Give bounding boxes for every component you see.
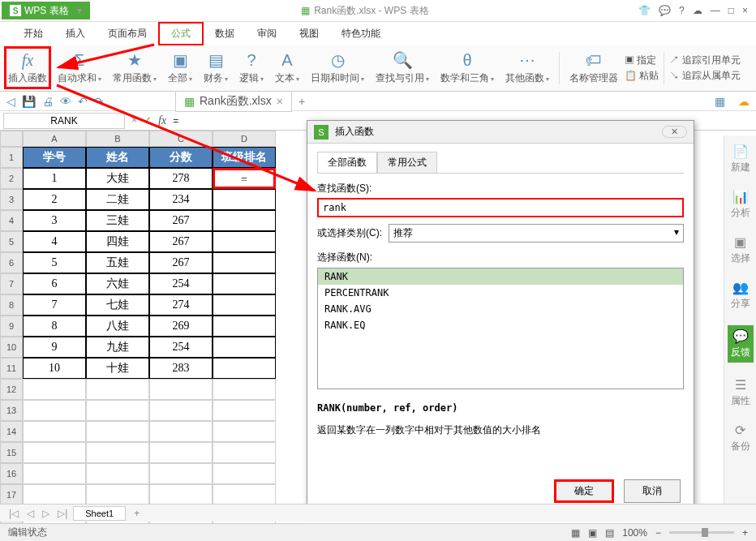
- finance-button[interactable]: ▤财务▾: [199, 48, 233, 88]
- menu-layout[interactable]: 页面布局: [97, 24, 158, 44]
- tab-all-functions[interactable]: 全部函数: [317, 152, 377, 173]
- cell[interactable]: [213, 231, 276, 252]
- cell[interactable]: [149, 379, 213, 400]
- cell[interactable]: 2: [23, 189, 86, 210]
- cell[interactable]: 4: [23, 231, 86, 252]
- cell[interactable]: [86, 400, 149, 421]
- document-tab[interactable]: ▦ Rank函数.xlsx ×: [175, 91, 292, 112]
- prev-sheet-icon[interactable]: ◁: [24, 508, 37, 519]
- cell[interactable]: 分数: [149, 147, 213, 168]
- cell[interactable]: 班级排名: [213, 147, 276, 168]
- row-header[interactable]: 15: [0, 442, 23, 463]
- row-header[interactable]: 7: [0, 273, 23, 294]
- cell[interactable]: [86, 421, 149, 442]
- app-menu-button[interactable]: S WPS 表格 ▾: [2, 2, 90, 19]
- help-icon[interactable]: ?: [679, 5, 685, 16]
- row-header[interactable]: 9: [0, 316, 23, 337]
- redo-icon[interactable]: ↷: [94, 95, 104, 108]
- sidebar-feedback[interactable]: 💬反馈: [728, 325, 754, 363]
- cancel-formula-icon[interactable]: ×: [131, 114, 137, 127]
- cell[interactable]: 3: [23, 210, 86, 231]
- cell[interactable]: 十娃: [86, 358, 149, 379]
- row-header[interactable]: 16: [0, 463, 23, 484]
- cell[interactable]: 1: [23, 168, 86, 189]
- cell[interactable]: [86, 484, 149, 505]
- cell[interactable]: 267: [149, 231, 213, 252]
- cell[interactable]: [149, 442, 213, 463]
- back-icon[interactable]: ◁: [6, 95, 15, 108]
- cell[interactable]: 267: [149, 210, 213, 231]
- dialog-titlebar[interactable]: S 插入函数 ✕: [307, 121, 694, 144]
- lookup-button[interactable]: 🔍查找与引用▾: [371, 48, 434, 88]
- cell[interactable]: [23, 463, 86, 484]
- zoom-slider[interactable]: [669, 531, 734, 534]
- print-icon[interactable]: 🖨: [42, 95, 54, 108]
- cell[interactable]: [149, 400, 213, 421]
- doc-icon-small[interactable]: ▦: [715, 95, 725, 108]
- cell[interactable]: 8: [23, 316, 86, 337]
- select-all-corner[interactable]: [0, 131, 23, 147]
- col-header-b[interactable]: B: [86, 131, 149, 147]
- cell[interactable]: 267: [149, 252, 213, 273]
- cell[interactable]: 254: [149, 273, 213, 294]
- row-header[interactable]: 11: [0, 358, 23, 379]
- cell[interactable]: [149, 463, 213, 484]
- spreadsheet[interactable]: A B C D 1 学号 姓名 分数 班级排名 21大娃278= 32二娃234…: [0, 131, 276, 479]
- row-header[interactable]: 14: [0, 421, 23, 442]
- cell[interactable]: 九娃: [86, 337, 149, 358]
- tab-add-icon[interactable]: +: [299, 95, 305, 108]
- tshirt-icon[interactable]: 👕: [638, 5, 651, 16]
- row-header[interactable]: 12: [0, 379, 23, 400]
- cell[interactable]: 6: [23, 273, 86, 294]
- menu-review[interactable]: 审阅: [246, 24, 288, 44]
- cancel-button[interactable]: 取消: [624, 479, 681, 503]
- cell[interactable]: 学号: [23, 147, 86, 168]
- name-manager-button[interactable]: 🏷名称管理器: [565, 48, 623, 88]
- cell[interactable]: 234: [149, 189, 213, 210]
- logic-button[interactable]: ?逻辑▾: [234, 48, 268, 88]
- cell[interactable]: 269: [149, 316, 213, 337]
- paste-button[interactable]: 📋 粘贴: [625, 69, 659, 83]
- tab-common-formulas[interactable]: 常用公式: [377, 152, 437, 173]
- cell[interactable]: [213, 421, 276, 442]
- cell[interactable]: [213, 316, 276, 337]
- sidebar-backup[interactable]: ⟳备份: [731, 423, 750, 453]
- cell[interactable]: 四娃: [86, 231, 149, 252]
- menu-features[interactable]: 特色功能: [330, 24, 392, 44]
- menu-formula[interactable]: 公式: [158, 22, 204, 45]
- search-function-input[interactable]: [317, 198, 684, 217]
- cell[interactable]: 六娃: [86, 273, 149, 294]
- assign-button[interactable]: ▣ 指定: [625, 54, 659, 67]
- col-header-a[interactable]: A: [23, 131, 86, 147]
- cell[interactable]: [213, 273, 276, 294]
- cell[interactable]: 三娃: [86, 210, 149, 231]
- function-list[interactable]: RANK PERCENTRANK RANK.AVG RANK.EQ: [317, 268, 684, 389]
- cell[interactable]: 278: [149, 168, 213, 189]
- fx-small-icon[interactable]: fx: [158, 114, 166, 127]
- cell[interactable]: 大娃: [86, 168, 149, 189]
- cell[interactable]: [23, 421, 86, 442]
- cell[interactable]: [23, 484, 86, 505]
- cell[interactable]: 5: [23, 252, 86, 273]
- formula-bar[interactable]: =: [173, 115, 178, 127]
- row-header[interactable]: 17: [0, 484, 23, 505]
- accept-formula-icon[interactable]: ✓: [144, 114, 152, 127]
- trace-precedents-button[interactable]: ↗ 追踪引用单元: [669, 54, 740, 67]
- menu-insert[interactable]: 插入: [54, 24, 97, 44]
- cell[interactable]: [213, 442, 276, 463]
- close-icon[interactable]: ×: [742, 5, 748, 16]
- cloud-icon[interactable]: ☁: [693, 5, 702, 16]
- sidebar-select[interactable]: ▣选择: [731, 234, 750, 265]
- list-item[interactable]: RANK.AVG: [318, 301, 683, 317]
- next-sheet-icon[interactable]: ▷: [40, 508, 52, 519]
- tab-close-icon[interactable]: ×: [277, 95, 283, 108]
- list-item[interactable]: RANK: [318, 268, 683, 285]
- minimize-icon[interactable]: —: [711, 5, 720, 16]
- all-fn-button[interactable]: ▣全部▾: [163, 48, 197, 88]
- active-cell[interactable]: =: [213, 168, 276, 189]
- cell[interactable]: [213, 358, 276, 379]
- first-sheet-icon[interactable]: |◁: [6, 508, 21, 519]
- cell[interactable]: [213, 379, 276, 400]
- ok-button[interactable]: 确定: [554, 479, 614, 503]
- zoom-out-icon[interactable]: −: [655, 527, 661, 539]
